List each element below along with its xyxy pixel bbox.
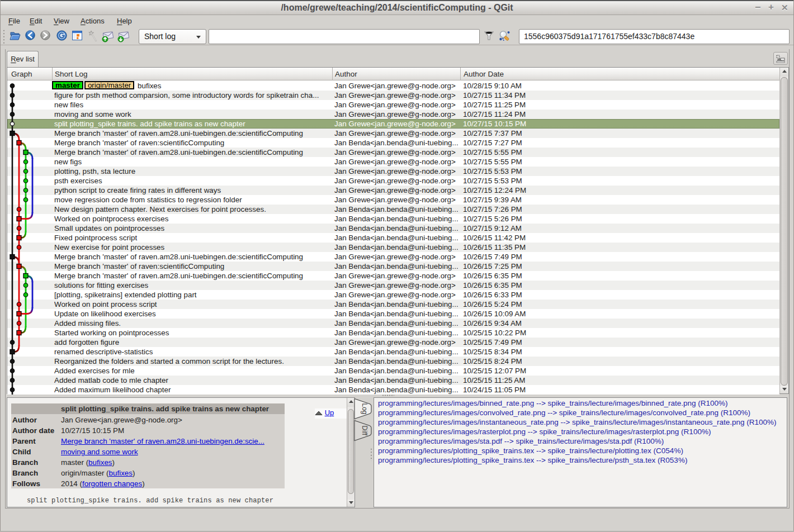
svg-text:Log: Log (361, 403, 368, 414)
svg-text:Diff: Diff (361, 426, 368, 436)
